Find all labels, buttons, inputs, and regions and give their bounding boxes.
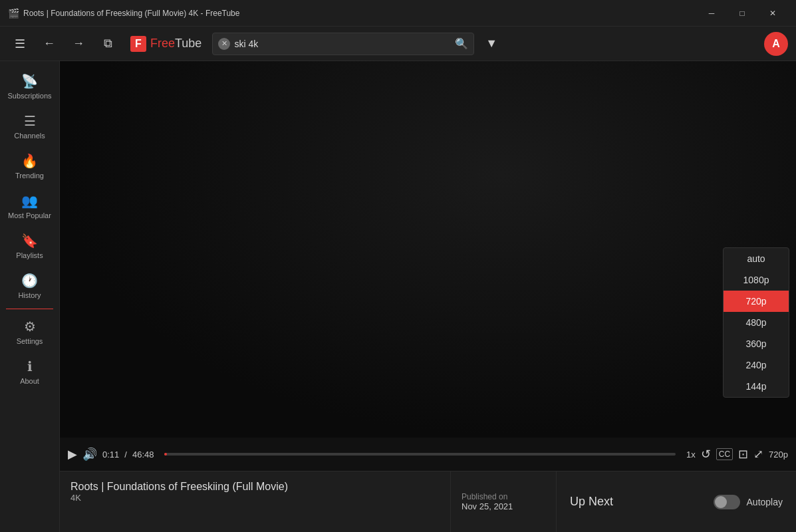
autoplay-toggle[interactable] xyxy=(714,495,740,509)
copy-icon: ⧉ xyxy=(104,37,112,51)
speed-button[interactable]: 1x xyxy=(686,450,696,460)
sidebar-item-about[interactable]: ℹ About xyxy=(0,352,59,392)
video-info: Roots | Foundations of Freeskiing (Full … xyxy=(60,471,450,532)
sidebar-item-label: Settings xyxy=(17,337,43,345)
logo: F FreeTube xyxy=(130,36,201,52)
progress-bar[interactable] xyxy=(164,453,676,456)
sidebar-divider xyxy=(6,309,53,309)
up-next-label: Up Next xyxy=(570,495,613,509)
current-time: 0:11 xyxy=(102,450,119,460)
fullscreen-button[interactable]: ⤢ xyxy=(753,447,763,462)
captions-button[interactable]: CC xyxy=(716,448,733,460)
window-controls: ─ □ ✕ xyxy=(696,0,788,27)
search-clear-button[interactable]: ✕ xyxy=(218,38,230,50)
autoplay-label: Autoplay xyxy=(747,497,783,507)
trending-icon: 🔥 xyxy=(21,153,38,169)
quality-option-144p[interactable]: 144p xyxy=(724,376,789,397)
sidebar-item-subscriptions[interactable]: 📡 Subscriptions xyxy=(0,66,59,106)
autoplay-area: Autoplay xyxy=(714,495,783,509)
video-meta: Published on Nov 25, 2021 xyxy=(450,471,557,532)
sidebar-item-label: Playlists xyxy=(16,251,43,259)
sidebar-item-playlists[interactable]: 🔖 Playlists xyxy=(0,226,59,266)
window-title: Roots | Foundations of Freeskiing (Full … xyxy=(23,9,696,18)
sidebar-item-label: Channels xyxy=(14,132,45,140)
video-controls: ▶ 🔊 0:11 / 46:48 1x ↺ CC ⊡ xyxy=(60,438,796,471)
search-input[interactable]: ski 4k xyxy=(234,39,451,49)
quality-option-240p[interactable]: 240p xyxy=(724,354,789,376)
up-next-panel: Up Next Autoplay xyxy=(557,471,796,532)
title-bar: 🎬 Roots | Foundations of Freeskiing (Ful… xyxy=(0,0,796,27)
sidebar-item-label: About xyxy=(20,377,39,385)
sidebar: 📡 Subscriptions ☰ Channels 🔥 Trending 👥 … xyxy=(0,61,60,532)
sidebar-item-history[interactable]: 🕐 History xyxy=(0,266,59,306)
logo-icon: F xyxy=(130,36,146,52)
filter-icon: ▼ xyxy=(485,37,497,51)
back-button[interactable]: ← xyxy=(37,32,61,56)
sidebar-item-most-popular[interactable]: 👥 Most Popular xyxy=(0,186,59,226)
published-date: Nov 25, 2021 xyxy=(462,501,513,511)
volume-button[interactable]: 🔊 xyxy=(82,447,97,462)
sidebar-item-label: Most Popular xyxy=(8,211,51,219)
replay-icon: ↺ xyxy=(701,447,711,462)
video-duration: 46:48 xyxy=(132,450,154,460)
volume-icon: 🔊 xyxy=(82,447,97,462)
play-pause-button[interactable]: ▶ xyxy=(68,447,77,462)
sidebar-item-channels[interactable]: ☰ Channels xyxy=(0,106,59,146)
most-popular-icon: 👥 xyxy=(21,193,38,209)
right-controls: 1x ↺ CC ⊡ ⤢ 720p xyxy=(686,447,788,462)
captions-icon: CC xyxy=(719,450,730,459)
maximize-button[interactable]: □ xyxy=(727,0,757,27)
quality-option-360p[interactable]: 360p xyxy=(724,333,789,354)
close-button[interactable]: ✕ xyxy=(757,0,788,27)
quality-option-auto[interactable]: auto xyxy=(724,248,789,269)
miniplayer-button[interactable]: ⊡ xyxy=(738,447,748,462)
hamburger-icon: ☰ xyxy=(15,37,25,51)
copy-url-button[interactable]: ⧉ xyxy=(96,32,120,56)
about-icon: ℹ xyxy=(27,358,33,374)
minimize-button[interactable]: ─ xyxy=(696,0,727,27)
published-label: Published on xyxy=(462,492,507,501)
sidebar-item-settings[interactable]: ⚙ Settings xyxy=(0,312,59,352)
sidebar-item-label: History xyxy=(18,291,41,299)
video-title: Roots | Foundations of Freeskiing (Full … xyxy=(70,481,440,493)
logo-free: Free xyxy=(150,37,175,50)
settings-icon: ⚙ xyxy=(24,319,36,334)
quality-option-720p[interactable]: 720p xyxy=(724,291,789,312)
quality-display-button[interactable]: 720p xyxy=(769,450,788,460)
toolbar: ☰ ← → ⧉ F FreeTube ✕ ski 4k 🔍 ▼ A xyxy=(0,27,796,61)
search-icon[interactable]: 🔍 xyxy=(455,37,468,50)
play-icon: ▶ xyxy=(68,447,77,462)
video-player[interactable]: auto 1080p 720p 480p 360p 240p 144p xyxy=(60,61,796,438)
app-icon: 🎬 xyxy=(8,8,19,19)
forward-icon: → xyxy=(72,37,84,51)
avatar-button[interactable]: A xyxy=(764,32,788,56)
filter-button[interactable]: ▼ xyxy=(479,32,503,56)
quality-option-1080p[interactable]: 1080p xyxy=(724,269,789,291)
replay-button[interactable]: ↺ xyxy=(701,447,711,462)
forward-button[interactable]: → xyxy=(66,32,90,56)
channels-icon: ☰ xyxy=(24,113,36,129)
time-separator: / xyxy=(124,450,127,460)
hamburger-menu-button[interactable]: ☰ xyxy=(8,32,32,56)
back-icon: ← xyxy=(43,37,55,51)
main-layout: 📡 Subscriptions ☰ Channels 🔥 Trending 👥 … xyxy=(0,61,796,532)
miniplayer-icon: ⊡ xyxy=(738,447,748,462)
sidebar-item-trending[interactable]: 🔥 Trending xyxy=(0,146,59,186)
video-display: auto 1080p 720p 480p 360p 240p 144p xyxy=(60,61,796,438)
logo-text: FreeTube xyxy=(150,37,201,51)
quality-option-480p[interactable]: 480p xyxy=(724,312,789,333)
logo-tube: Tube xyxy=(175,37,201,50)
quality-menu: auto 1080p 720p 480p 360p 240p 144p xyxy=(723,247,789,398)
search-bar[interactable]: ✕ ski 4k 🔍 xyxy=(212,33,474,55)
history-icon: 🕐 xyxy=(21,273,38,289)
video-subtitle: 4K xyxy=(70,493,440,503)
playlists-icon: 🔖 xyxy=(21,233,38,249)
video-bottom-bar: Roots | Foundations of Freeskiing (Full … xyxy=(60,471,796,532)
fullscreen-icon: ⤢ xyxy=(753,447,763,462)
content-area: auto 1080p 720p 480p 360p 240p 144p ▶ 🔊 … xyxy=(60,61,796,532)
subscriptions-icon: 📡 xyxy=(21,73,38,89)
sidebar-item-label: Trending xyxy=(15,172,44,180)
progress-fill xyxy=(164,453,166,456)
sidebar-item-label: Subscriptions xyxy=(7,92,51,100)
